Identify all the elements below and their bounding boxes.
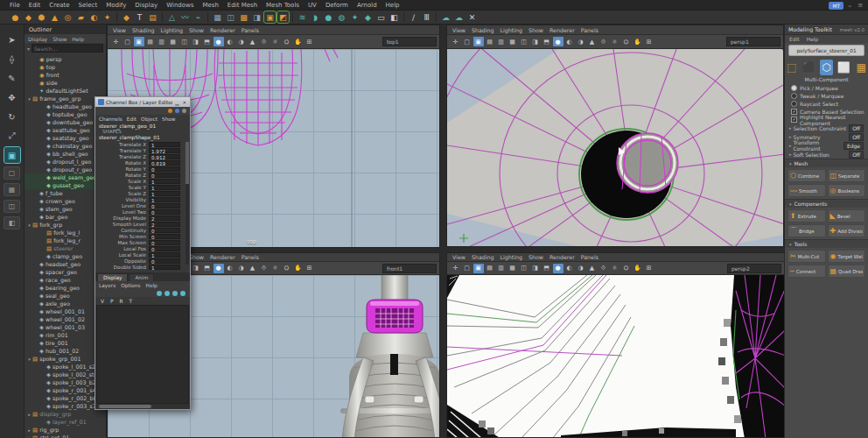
dropdown-value[interactable]: Off [849,133,864,141]
viewport-toolbar-icon[interactable]: ⟐ [259,37,270,46]
menu-item[interactable]: File [5,2,24,9]
attribute-row[interactable]: Rotate Y 0 [95,166,190,172]
attribute-row[interactable]: Smooth Level 2 [95,221,190,227]
toolkit-button[interactable]: ✚ Add Divisions [828,224,866,237]
viewport-menu-item[interactable]: Show [528,254,543,260]
selection-mode-icon[interactable]: ⬡ [820,60,834,75]
shelf-icon[interactable] [436,12,437,22]
shelf-icon[interactable] [162,12,163,22]
outliner-item[interactable]: ▸ ▤ rig_grp [24,426,106,434]
layer-tab[interactable]: Display [97,273,128,281]
overflow-menu-icon[interactable]: ≡ [858,2,863,9]
viewport-toolbar-icon[interactable]: ⬒ [202,37,213,46]
tool-icon[interactable]: ▣ [4,147,20,163]
attribute-value-field[interactable]: 0 [149,173,180,178]
viewport-toolbar-icon[interactable]: ▦ [508,264,518,273]
menu-item[interactable]: Edit Mesh [223,2,262,9]
outliner-menu-item[interactable]: Help [72,36,84,42]
dropdown-value[interactable]: Off [849,151,864,159]
menu-item[interactable]: UV [304,2,321,9]
toolkit-button[interactable]: ✂ Multi-Cut [788,250,826,263]
attribute-value-field[interactable]: 0 [149,166,180,172]
channel-box-menu-item[interactable]: Object [141,117,158,122]
attribute-value-field[interactable]: 0.912 [149,154,180,159]
attribute-row[interactable]: Double Sided 1 [95,264,190,270]
shelf-icon[interactable]: ⌁ [192,11,204,23]
new-layer-icon[interactable] [157,291,162,296]
checkbox-row[interactable]: ✓ Highlight Nearest Component [785,116,868,124]
menu-item[interactable]: Deform [321,2,353,9]
shelf-icon[interactable]: ● [10,11,21,23]
toolkit-button[interactable]: ⬡ Combine [788,169,826,182]
menu-item[interactable]: Create [45,2,74,9]
shelf-icon[interactable]: ◎ [62,11,74,23]
horizontal-scrollbar[interactable] [95,404,190,409]
shape-name[interactable]: steerer_clampShape_01 [95,134,190,140]
dropdown-row[interactable]: ▸ Selection Constraint Off [785,124,868,132]
attribute-row[interactable]: Continuity 0 [95,227,190,233]
object-name[interactable]: steerer_clamp_geo_01 [95,123,190,129]
viewport-menu-item[interactable]: Panels [242,254,259,260]
viewport-toolbar-icon[interactable]: ⛭ [282,264,292,273]
dropdown-row[interactable]: ▸ Transform Constraint Edge [785,141,868,150]
viewport-menu-item[interactable]: Show [189,27,204,33]
expand-arrow-icon[interactable]: ▾ [26,357,32,362]
attribute-value-field[interactable]: 0.819 [149,160,180,166]
shelf-icon[interactable]: ◆ [362,11,374,23]
shelf-icon[interactable]: ▲ [49,11,60,23]
menu-item[interactable]: Display [130,2,162,9]
viewport-toolbar-icon[interactable]: ● [214,37,224,46]
viewport-toolbar-icon[interactable]: ◑ [236,37,247,46]
attribute-value-field[interactable]: 1 [149,197,180,202]
viewport-menu-item[interactable]: Renderer [210,254,235,260]
viewport-menu-item[interactable]: Renderer [550,254,575,260]
channel-box-window[interactable]: Channel Box / Layer Editor ▁ ✕ ChannelsE… [94,96,191,410]
viewport-toolbar-icon[interactable]: ◐ [564,37,575,46]
attribute-row[interactable]: Visibility 1 [95,196,190,202]
dropdown-row[interactable]: ▸ Soft Selection Off [785,150,868,159]
attribute-value-field[interactable]: 2 [149,215,180,221]
attribute-value-field[interactable]: 0 [149,240,180,245]
attribute-row[interactable]: Min Screen 0 [95,233,190,239]
scrollbar[interactable] [186,142,189,265]
shelf-icon[interactable]: ✦ [102,11,113,23]
viewport-toolbar-icon[interactable]: ▣ [473,264,484,273]
outliner-item[interactable]: ◉ side [24,79,106,87]
dropdown-value[interactable]: Edge [844,142,864,150]
shelf-icon[interactable]: ∕ [408,11,419,23]
radio-icon[interactable] [791,85,797,91]
viewport-toolbar-icon[interactable]: ✋ [633,37,643,46]
viewport-toolbar-icon[interactable]: ▥ [496,37,507,46]
move-layer-up-icon[interactable] [172,291,178,296]
viewport-toolbar-icon[interactable]: ✋ [633,264,643,273]
viewport-toolbar-icon[interactable]: ⊞ [304,37,315,46]
expand-arrow-icon[interactable]: ▸ [26,412,32,417]
chevron-down-icon[interactable]: ⌄ [847,2,852,9]
viewport-toolbar-icon[interactable]: ✋ [293,37,304,46]
shelf-icon[interactable]: ◗ [310,11,321,23]
viewport-toolbar-icon[interactable]: ▢ [462,37,472,46]
viewport-toolbar-icon[interactable]: ▢ [462,264,472,273]
viewport-toolbar-icon[interactable]: ◫ [179,37,190,46]
filter-icon[interactable]: ▾ [27,46,30,52]
viewport-toolbar-icon[interactable]: ◑ [576,37,586,46]
key-icon[interactable] [168,109,172,113]
shelf-icon[interactable]: ◧ [388,11,400,23]
radio-icon[interactable] [791,101,797,107]
layer-menu-item[interactable]: Options [121,283,140,288]
shelf-icon[interactable]: ☁ [453,11,465,23]
viewport-toolbar-icon[interactable]: ✛ [451,37,461,46]
tool-icon[interactable]: ⟠ [4,51,20,67]
shelf-icon[interactable]: ▰ [75,11,87,23]
anim-layer-icon[interactable] [175,109,179,113]
attribute-value-field[interactable]: 1 [149,185,180,190]
workspace-chip[interactable]: MT [829,2,844,10]
window-titlebar[interactable]: Channel Box / Layer Editor ▁ ✕ [95,97,190,107]
viewport-toolbar-icon[interactable]: ◑ [576,264,586,273]
toolkit-button[interactable]: ◎ Booleans [828,184,866,197]
attribute-row[interactable]: Translate Y 1.972 [95,147,190,153]
attribute-value-field[interactable]: 0 [149,258,180,264]
viewport-bottom-right[interactable]: ViewShadingLightingShowRendererPanels ✛▢… [446,252,785,438]
viewport-toolbar-icon[interactable]: ⛭ [621,264,632,273]
viewport-menu-item[interactable]: Panels [581,27,598,33]
